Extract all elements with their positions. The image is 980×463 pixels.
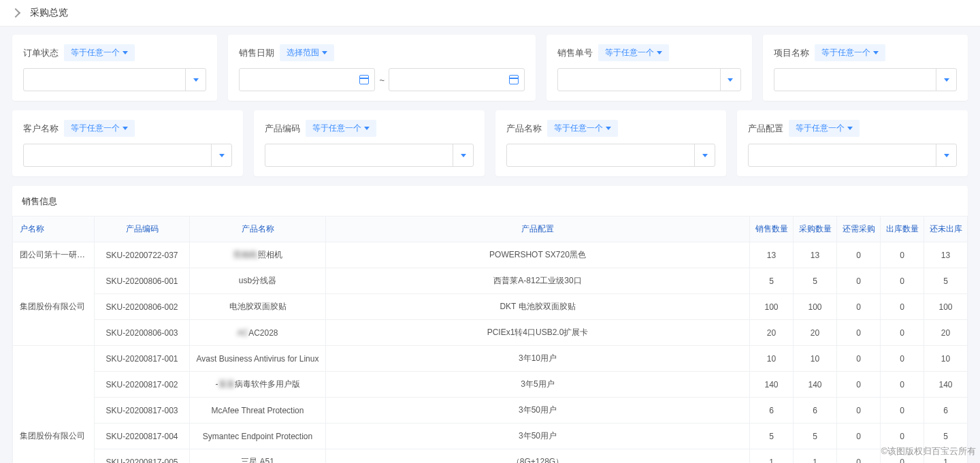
- cell-sku: SKU-20200817-001: [95, 346, 190, 372]
- cell-product-name: 照相机照相机: [190, 242, 326, 268]
- order-status-input[interactable]: [24, 75, 185, 85]
- filter-label: 产品配置: [748, 123, 783, 135]
- customer-name-input[interactable]: [24, 150, 211, 161]
- filter-operator-button[interactable]: 等于任意一个: [815, 44, 885, 61]
- chevron-down-icon: [322, 51, 327, 54]
- table-row[interactable]: SKU-20200817-005三星 A51（8G+128G）11001: [13, 449, 968, 464]
- range-separator: ~: [379, 75, 385, 85]
- cell-num: 13: [750, 242, 794, 268]
- date-from[interactable]: [239, 68, 375, 91]
- table-row[interactable]: SKU-20200817-004Symantec Endpoint Protec…: [13, 424, 968, 449]
- project-name-input[interactable]: [774, 75, 936, 85]
- cell-num: 1: [794, 449, 837, 464]
- filter-operator-button[interactable]: 等于任意一个: [64, 44, 135, 61]
- cell-customer: 集团股份有限公司: [13, 268, 95, 346]
- th-not-out[interactable]: 还未出库: [924, 217, 968, 242]
- filter-operator-button[interactable]: 等于任意一个: [598, 44, 669, 61]
- table-row[interactable]: 集团股份有限公司SKU-20200817-001Avast Business A…: [13, 346, 968, 372]
- th-name[interactable]: 产品名称: [190, 217, 326, 242]
- cell-sku: SKU-20200817-002: [95, 372, 190, 398]
- cell-customer: 集团股份有限公司: [13, 346, 95, 464]
- cell-config: DKT 电池胶双面胶贴: [326, 294, 750, 320]
- sales-info-section: 销售信息 户名称 产品编码 产品名称 产品配置 销售数量 采购数量 还需采购 出…: [12, 186, 968, 463]
- cell-num: 5: [794, 424, 837, 449]
- sales-no-input[interactable]: [558, 75, 719, 85]
- cell-num: 20: [794, 320, 837, 346]
- filters-panel: 订单状态 等于任意一个 销售日期 选择范围 ~ 销售单号 等: [0, 27, 980, 176]
- dropdown-toggle[interactable]: [936, 144, 956, 166]
- cell-num: 6: [924, 398, 968, 424]
- dropdown-toggle[interactable]: [185, 69, 206, 91]
- cell-sku: SKU-20200806-001: [95, 268, 190, 294]
- chevron-down-icon: [606, 127, 611, 130]
- chevron-down-icon: [847, 127, 853, 130]
- th-sales-qty[interactable]: 销售数量: [750, 217, 794, 242]
- filter-operator-button[interactable]: 选择范围: [280, 44, 334, 61]
- filter-operator-button[interactable]: 等于任意一个: [64, 120, 135, 137]
- cell-product-name: Symantec Endpoint Protection: [190, 424, 326, 449]
- cell-num: 140: [750, 372, 794, 398]
- filter-label: 销售日期: [239, 47, 274, 59]
- cell-config: 西普莱A-812工业级30口: [326, 268, 750, 294]
- cell-sku: SKU-20200722-037: [95, 242, 190, 268]
- cell-config: 3年10用户: [326, 346, 750, 372]
- cell-num: 0: [837, 398, 881, 424]
- cell-customer: 团公司第十一研究所: [13, 242, 95, 268]
- cell-num: 6: [794, 398, 837, 424]
- table-row[interactable]: SKU-20200806-002电池胶双面胶贴DKT 电池胶双面胶贴100100…: [13, 294, 968, 320]
- th-out-qty[interactable]: 出库数量: [881, 217, 924, 242]
- filter-sales-date: 销售日期 选择范围 ~: [228, 35, 536, 101]
- cell-sku: SKU-20200817-003: [95, 398, 190, 424]
- calendar-icon[interactable]: [509, 75, 519, 84]
- cell-num: 0: [881, 449, 924, 464]
- th-config[interactable]: 产品配置: [326, 217, 750, 242]
- table-row[interactable]: SKU-20200817-002-某某病毒软件多用户版3年5用户14014000…: [13, 372, 968, 398]
- filter-operator-button[interactable]: 等于任意一个: [789, 120, 860, 137]
- filter-label: 产品编码: [265, 123, 300, 135]
- page-header: 采购总览: [0, 0, 980, 27]
- filter-project-name: 项目名称 等于任意一个: [763, 35, 968, 101]
- th-sku[interactable]: 产品编码: [95, 217, 190, 242]
- table-row[interactable]: SKU-20200817-003McAfee Threat Protection…: [13, 398, 968, 424]
- dropdown-toggle[interactable]: [936, 69, 956, 91]
- chevron-right-icon[interactable]: [11, 8, 20, 18]
- table-row[interactable]: SKU-20200806-003ACAC2028PCIEx1转4口USB2.0扩…: [13, 320, 968, 346]
- dropdown-toggle[interactable]: [720, 69, 740, 91]
- table-row[interactable]: 团公司第十一研究所SKU-20200722-037照相机照相机POWERSHOT…: [13, 242, 968, 268]
- cell-num: 140: [924, 372, 968, 398]
- cell-num: 6: [750, 398, 794, 424]
- cell-product-name: McAfee Threat Protection: [190, 398, 326, 424]
- cell-num: 0: [837, 294, 881, 320]
- cell-config: 3年50用户: [326, 424, 750, 449]
- dropdown-toggle[interactable]: [453, 144, 473, 166]
- dropdown-toggle[interactable]: [211, 144, 231, 166]
- cell-num: 5: [924, 424, 968, 449]
- cell-config: 3年50用户: [326, 398, 750, 424]
- dropdown-toggle[interactable]: [694, 144, 715, 166]
- cell-product-name: 电池胶双面胶贴: [190, 294, 326, 320]
- filter-operator-button[interactable]: 等于任意一个: [547, 120, 618, 137]
- date-from-input[interactable]: [245, 75, 359, 85]
- th-need-purchase[interactable]: 还需采购: [837, 217, 881, 242]
- cell-num: 13: [794, 242, 837, 268]
- th-customer[interactable]: 户名称: [13, 217, 95, 242]
- filter-label: 项目名称: [774, 47, 809, 59]
- cell-num: 0: [837, 424, 881, 449]
- product-config-input[interactable]: [749, 150, 936, 161]
- filter-label: 产品名称: [506, 123, 542, 135]
- product-name-input[interactable]: [507, 150, 694, 161]
- cell-config: POWERSHOT SX720黑色: [326, 242, 750, 268]
- cell-num: 13: [924, 242, 968, 268]
- date-to[interactable]: [389, 68, 525, 91]
- chevron-down-icon: [122, 51, 128, 54]
- date-to-input[interactable]: [395, 75, 509, 85]
- table-row[interactable]: 集团股份有限公司SKU-20200806-001usb分线器西普莱A-812工业…: [13, 268, 968, 294]
- th-purchase-qty[interactable]: 采购数量: [794, 217, 837, 242]
- product-code-input[interactable]: [265, 150, 453, 161]
- filter-operator-button[interactable]: 等于任意一个: [306, 120, 376, 137]
- cell-num: 0: [837, 242, 881, 268]
- calendar-icon[interactable]: [359, 75, 369, 84]
- filter-customer-name: 客户名称 等于任意一个: [12, 110, 243, 176]
- cell-num: 1: [750, 449, 794, 464]
- cell-product-name: ACAC2028: [190, 320, 326, 346]
